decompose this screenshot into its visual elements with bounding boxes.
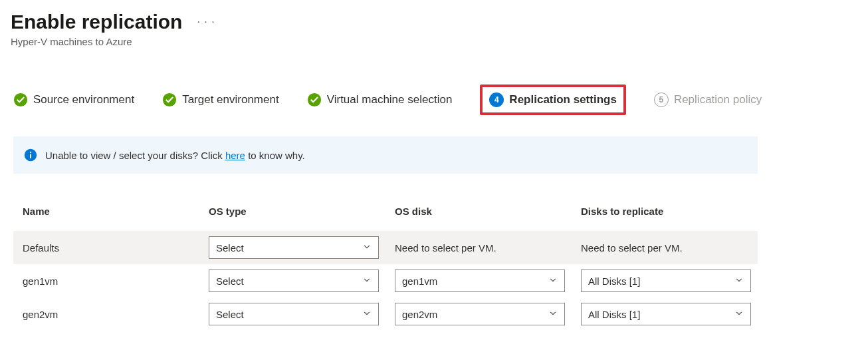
- step-replication-settings[interactable]: 4 Replication settings: [480, 85, 626, 115]
- col-os-disk: OS disk: [385, 202, 572, 221]
- replication-table: Name OS type OS disk Disks to replicate …: [13, 198, 758, 331]
- select-value: gen1vm: [402, 275, 437, 287]
- select-value: Select: [216, 309, 244, 320]
- cell-name: gen2vm: [13, 305, 199, 324]
- step-label: Target environment: [182, 93, 279, 106]
- chevron-down-icon: [734, 309, 744, 320]
- cell-disks: Need to select per VM.: [572, 238, 758, 258]
- cell-name: gen1vm: [13, 271, 199, 291]
- chevron-down-icon: [548, 275, 558, 287]
- info-text-before: Unable to view / select your disks? Clic…: [45, 150, 225, 161]
- select-value: All Disks [1]: [588, 309, 640, 320]
- step-label: Source environment: [33, 93, 134, 106]
- col-disks: Disks to replicate: [572, 202, 758, 221]
- step-vm-selection[interactable]: Virtual machine selection: [307, 92, 453, 107]
- more-actions-button[interactable]: · · ·: [193, 13, 219, 31]
- select-value: Select: [216, 275, 244, 287]
- step-target-environment[interactable]: Target environment: [162, 92, 279, 107]
- step-label: Replication settings: [509, 93, 617, 106]
- cell-name: Defaults: [13, 238, 199, 258]
- cell-os-disk: Need to select per VM.: [385, 238, 572, 258]
- info-icon: [24, 148, 37, 162]
- info-text-after: to know why.: [245, 150, 305, 161]
- wizard-steps: Source environment Target environment Vi…: [11, 85, 863, 115]
- col-os-type: OS type: [199, 202, 385, 221]
- info-link[interactable]: here: [225, 150, 245, 161]
- step-label: Replication policy: [674, 93, 762, 106]
- table-header-row: Name OS type OS disk Disks to replicate: [13, 198, 758, 231]
- chevron-down-icon: [548, 309, 558, 320]
- table-row: gen1vm Select gen1vm All Disks [1]: [13, 264, 758, 297]
- svg-point-5: [30, 152, 31, 153]
- step-label: Virtual machine selection: [327, 93, 453, 106]
- os-type-select[interactable]: Select: [209, 269, 379, 292]
- page-subtitle: Hyper-V machines to Azure: [11, 36, 863, 47]
- page-title: Enable replication: [11, 11, 182, 33]
- os-disk-select[interactable]: gen1vm: [395, 269, 565, 292]
- select-value: All Disks [1]: [588, 275, 640, 287]
- step-number-icon: 5: [654, 92, 669, 107]
- select-value: gen2vm: [402, 309, 437, 320]
- table-row-defaults: Defaults Select Need to select per VM. N…: [13, 231, 758, 264]
- step-replication-policy[interactable]: 5 Replication policy: [654, 92, 762, 107]
- info-banner: Unable to view / select your disks? Clic…: [13, 136, 758, 174]
- chevron-down-icon: [362, 309, 372, 320]
- disks-select[interactable]: All Disks [1]: [581, 303, 751, 325]
- step-source-environment[interactable]: Source environment: [13, 92, 134, 107]
- select-value: Select: [216, 242, 244, 254]
- chevron-down-icon: [734, 275, 744, 287]
- chevron-down-icon: [362, 275, 372, 287]
- check-circle-icon: [307, 92, 322, 107]
- os-type-select[interactable]: Select: [209, 236, 379, 259]
- chevron-down-icon: [362, 242, 372, 254]
- check-circle-icon: [162, 92, 177, 107]
- info-text: Unable to view / select your disks? Clic…: [45, 150, 305, 161]
- disks-select[interactable]: All Disks [1]: [581, 269, 751, 292]
- step-number-icon: 4: [489, 92, 504, 107]
- svg-rect-4: [30, 154, 31, 158]
- os-type-select[interactable]: Select: [209, 303, 379, 325]
- os-disk-select[interactable]: gen2vm: [395, 303, 565, 325]
- col-name: Name: [13, 202, 199, 221]
- check-circle-icon: [13, 92, 28, 107]
- table-row: gen2vm Select gen2vm All Disks [1]: [13, 297, 758, 331]
